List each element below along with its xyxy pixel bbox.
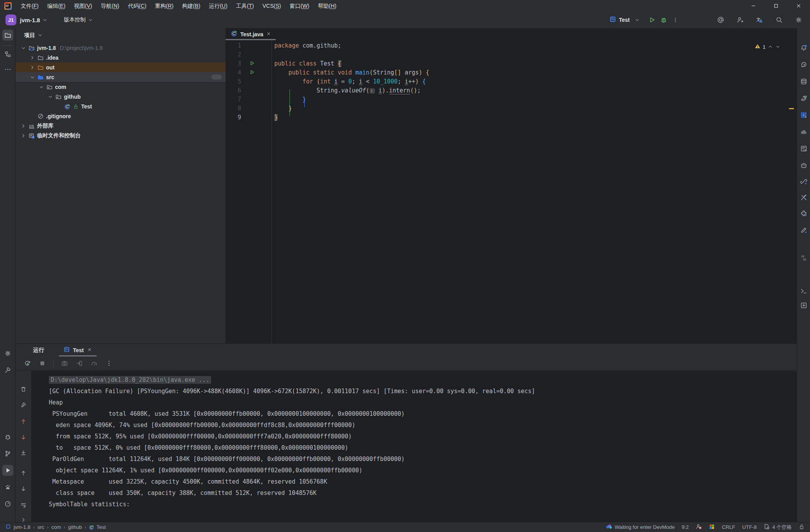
editor-body[interactable]: 123456789 package com.github;public clas… [226, 40, 797, 343]
run-line-icon[interactable] [249, 60, 255, 66]
stripe-gradle[interactable] [798, 93, 809, 104]
close-button[interactable] [787, 0, 810, 12]
microsoft-widget[interactable] [709, 524, 715, 531]
stripe-binary-viewer[interactable]: 1001 [798, 252, 809, 263]
project-name[interactable]: jvm-1.8 [20, 17, 40, 23]
close-icon[interactable] [266, 31, 271, 36]
menu-item-5[interactable]: 重构(R) [151, 0, 178, 12]
menu-item-7[interactable]: 运行(U) [204, 0, 231, 12]
run-tab-test[interactable]: Test [59, 344, 97, 356]
stripe-install-box[interactable] [798, 300, 809, 311]
stripe-notes-code[interactable] [798, 143, 809, 154]
stripe-tools[interactable] [798, 192, 809, 203]
stop-button[interactable] [37, 358, 48, 369]
stripe-settings-gear[interactable] [2, 348, 13, 359]
arrow-up-button[interactable] [18, 468, 28, 478]
breadcrumb-item[interactable]: github [68, 524, 82, 530]
tree-item-out[interactable]: out [16, 62, 226, 72]
tree-item-.gitignore[interactable]: .gitignore [16, 111, 226, 121]
person-add-button[interactable] [734, 14, 746, 26]
tree-item-com[interactable]: com [16, 82, 226, 92]
gear-button[interactable] [793, 14, 805, 26]
scroll-end-button[interactable] [18, 448, 28, 458]
camera-button[interactable] [59, 358, 70, 369]
stripe-cloud[interactable] [798, 126, 809, 137]
arrow-down-red-button[interactable] [18, 432, 28, 442]
tree-chevron-right-icon[interactable] [28, 65, 36, 70]
menu-item-9[interactable]: VCS(S) [258, 0, 285, 12]
menu-item-0[interactable]: 文件(F) [16, 0, 43, 12]
tree-item-node[interactable]: 外部库 [16, 121, 226, 131]
translate-button[interactable]: 文A [754, 14, 766, 26]
project-chevron-icon[interactable] [42, 17, 48, 23]
devmode-widget[interactable]: Waiting for enter DevMode [606, 523, 675, 531]
vcs-widget[interactable]: 版本控制 [64, 16, 86, 23]
tree-chevron-right-icon[interactable] [20, 123, 27, 129]
encoding-widget[interactable]: UTF-8 [742, 524, 757, 530]
editor-tab-testjava[interactable]: Test.java [226, 28, 276, 40]
inspections-widget[interactable]: 1 [755, 43, 780, 51]
stripe-plugin[interactable] [798, 208, 809, 219]
tree-item-src[interactable]: src [16, 72, 226, 82]
stripe-profiler-gauge[interactable] [2, 498, 13, 509]
tree-chevron-down-icon[interactable] [28, 74, 36, 80]
line-ending-widget[interactable]: CRLF [722, 524, 735, 530]
import-button[interactable] [74, 358, 85, 369]
stripe-pencil[interactable] [798, 225, 809, 236]
tree-chevron-down-icon[interactable] [46, 94, 54, 99]
breadcrumb-item[interactable]: jvm-1.8 [14, 524, 30, 530]
menu-item-4[interactable]: 代码(C) [124, 0, 151, 12]
project-panel-header[interactable]: 项目 [16, 28, 226, 43]
close-icon[interactable] [87, 347, 92, 352]
brush-button[interactable] [18, 400, 28, 410]
code-content[interactable]: package com.github;public class Test { p… [274, 41, 789, 122]
stripe-link[interactable] [798, 176, 809, 187]
stripe-vcs-branch[interactable] [2, 448, 13, 459]
tree-item-Test[interactable]: Test [16, 101, 226, 111]
menu-item-8[interactable]: 工具(T) [232, 0, 258, 12]
tree-item-jvm-1.8[interactable]: jvm-1.8D:\project\jvm-1.8 [16, 43, 226, 53]
run-line-icon[interactable] [249, 69, 255, 75]
run-button[interactable] [646, 14, 658, 26]
console-output[interactable]: D:\develop\Java\jdk1.8.0_202\bin\java.ex… [31, 371, 810, 522]
rerun-button[interactable] [22, 358, 33, 369]
more-actions-button[interactable] [670, 14, 681, 26]
stripe-more[interactable] [2, 64, 13, 75]
stripe-build-hammer[interactable] [2, 365, 13, 376]
at-button[interactable] [715, 14, 727, 26]
menu-item-3[interactable]: 导航(N) [96, 0, 123, 12]
chevron-up-icon[interactable] [768, 44, 773, 49]
tree-chevron-right-icon[interactable] [20, 133, 27, 138]
stripe-run-play[interactable] [2, 465, 13, 476]
tree-chevron-down-icon[interactable] [37, 84, 45, 90]
close-run-tab-icon[interactable] [87, 347, 92, 354]
chevron-down-icon[interactable] [775, 44, 780, 49]
project-avatar[interactable]: J1 [5, 14, 16, 25]
tree-chevron-right-icon[interactable] [28, 55, 36, 60]
microsoft-icon[interactable] [709, 524, 715, 530]
arrow-down-button[interactable] [18, 484, 28, 494]
readonly-lock-widget[interactable] [799, 524, 805, 531]
menu-item-2[interactable]: 视图(V) [70, 0, 97, 12]
menu-item-6[interactable]: 构建(B) [178, 0, 205, 12]
caret-position-widget[interactable]: 9:2 [682, 524, 689, 530]
indent-widget[interactable]: 4 个空格 [764, 523, 792, 531]
menu-item-11[interactable]: 帮助(H) [314, 0, 341, 12]
stripe-structure[interactable] [2, 49, 13, 60]
debug-button[interactable] [658, 14, 670, 26]
search-button[interactable] [773, 14, 785, 26]
tree-item-node[interactable]: 临时文件和控制台 [16, 131, 226, 140]
run-line-icon[interactable] [249, 60, 255, 67]
breadcrumb-item[interactable]: src [37, 524, 44, 530]
breadcrumb-item[interactable]: Test [89, 524, 106, 530]
license-user-widget[interactable] [696, 523, 702, 531]
menu-item-10[interactable]: 窗口(W) [285, 0, 314, 12]
breadcrumb-item[interactable]: com [52, 524, 61, 530]
stripe-robot[interactable] [798, 160, 809, 171]
stripe-services-paw[interactable] [2, 482, 13, 493]
stripe-terminal[interactable] [798, 286, 809, 296]
run-configuration-selector[interactable]: Test [609, 16, 640, 24]
kebab-button[interactable] [103, 358, 114, 369]
tree-item-github[interactable]: github [16, 92, 226, 101]
trash-button[interactable] [18, 384, 28, 394]
